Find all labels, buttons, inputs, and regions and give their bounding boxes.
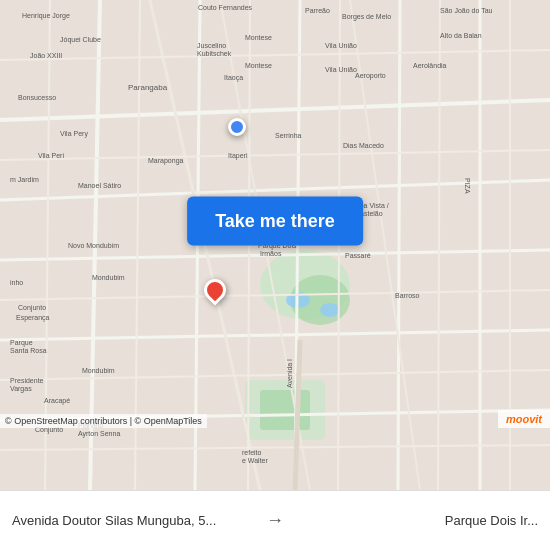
- svg-text:Parque: Parque: [10, 339, 33, 347]
- bottom-navigation-bar: Avenida Doutor Silas Munguba, 5... → Par…: [0, 490, 550, 550]
- svg-text:Itaoça: Itaoça: [224, 74, 243, 82]
- svg-text:Vila União: Vila União: [325, 42, 357, 49]
- svg-text:e Walter: e Walter: [242, 457, 268, 464]
- svg-text:Dias Macedo: Dias Macedo: [343, 142, 384, 149]
- route-arrow-icon: →: [266, 510, 284, 531]
- svg-text:Aerolândia: Aerolândia: [413, 62, 447, 69]
- svg-text:Montese: Montese: [245, 62, 272, 69]
- svg-text:Couto Fernandes: Couto Fernandes: [198, 4, 253, 11]
- svg-text:PIZA: PIZA: [464, 178, 471, 194]
- svg-text:Montese: Montese: [245, 34, 272, 41]
- svg-text:Santa Rosa: Santa Rosa: [10, 347, 47, 354]
- svg-text:Jóquei Clube: Jóquei Clube: [60, 36, 101, 44]
- destination-pin: [199, 275, 230, 306]
- svg-text:refeito: refeito: [242, 449, 262, 456]
- svg-text:Novo Mondubim: Novo Mondubim: [68, 242, 119, 249]
- moovit-logo: moovit: [498, 410, 550, 428]
- svg-text:Ayrton Senna: Ayrton Senna: [78, 430, 120, 438]
- svg-text:Irmãos: Irmãos: [260, 250, 282, 257]
- svg-text:Barroso: Barroso: [395, 292, 420, 299]
- svg-text:Conjunto: Conjunto: [18, 304, 46, 312]
- svg-text:Mondubim: Mondubim: [92, 274, 125, 281]
- svg-text:Vila Peri: Vila Peri: [38, 152, 64, 159]
- svg-text:Parangaba: Parangaba: [128, 83, 168, 92]
- current-location-marker: [228, 118, 246, 136]
- svg-text:Passaré: Passaré: [345, 252, 371, 259]
- svg-text:Esperança: Esperança: [16, 314, 50, 322]
- svg-text:Serrinha: Serrinha: [275, 132, 302, 139]
- svg-point-6: [320, 303, 340, 317]
- svg-text:Vila União: Vila União: [325, 66, 357, 73]
- svg-text:Aracapé: Aracapé: [44, 397, 70, 405]
- svg-rect-4: [260, 390, 310, 430]
- take-me-there-button[interactable]: Take me there: [187, 196, 363, 245]
- svg-text:Parreão: Parreão: [305, 7, 330, 14]
- svg-text:Borges de Melo: Borges de Melo: [342, 13, 391, 21]
- svg-text:Henrique Jorge: Henrique Jorge: [22, 12, 70, 20]
- svg-text:Juscelino: Juscelino: [197, 42, 226, 49]
- route-from-label: Avenida Doutor Silas Munguba, 5...: [12, 513, 258, 528]
- svg-text:Manoel Sátiro: Manoel Sátiro: [78, 182, 121, 189]
- svg-text:Alto da Balan: Alto da Balan: [440, 32, 482, 39]
- svg-text:Aeroporto: Aeroporto: [355, 72, 386, 80]
- svg-text:m Jardim: m Jardim: [10, 176, 39, 183]
- destination-marker: [204, 279, 226, 301]
- svg-text:Itaperi: Itaperi: [228, 152, 248, 160]
- svg-text:Maraponga: Maraponga: [148, 157, 184, 165]
- svg-text:João XXIII: João XXIII: [30, 52, 62, 59]
- svg-text:inho: inho: [10, 279, 23, 286]
- svg-text:Bonsucesso: Bonsucesso: [18, 94, 56, 101]
- map-container[interactable]: Henrique Jorge Jóquei Clube João XXIII B…: [0, 0, 550, 490]
- svg-line-15: [398, 0, 400, 490]
- svg-text:Avenida I: Avenida I: [286, 359, 293, 388]
- map-attribution: © OpenStreetMap contributors | © OpenMap…: [0, 414, 207, 428]
- svg-text:Vargas: Vargas: [10, 385, 32, 393]
- svg-text:Presidente: Presidente: [10, 377, 44, 384]
- svg-text:Mondubim: Mondubim: [82, 367, 115, 374]
- route-to-label: Parque Dois Ir...: [292, 513, 538, 528]
- svg-text:Kubitschek: Kubitschek: [197, 50, 232, 57]
- svg-text:Vila Pery: Vila Pery: [60, 130, 88, 138]
- svg-text:São João do Tau: São João do Tau: [440, 7, 493, 14]
